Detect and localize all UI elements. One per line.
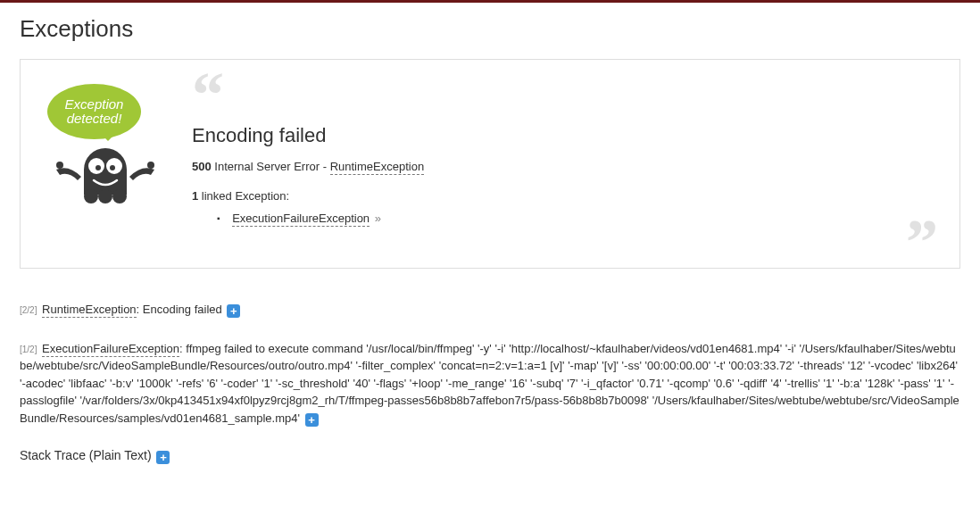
trace-counter: [2/2]	[20, 305, 37, 315]
trace-counter: [1/2]	[20, 345, 37, 354]
trace-message: Encoding failed	[143, 303, 226, 316]
svg-point-2	[84, 189, 98, 204]
svg-point-10	[110, 165, 115, 170]
ghost-icon	[47, 139, 163, 211]
trace-sep: :	[137, 303, 143, 316]
svg-point-5	[56, 162, 63, 169]
expand-button[interactable]	[156, 451, 170, 464]
chevron-icon: »	[375, 212, 381, 225]
exception-summary-box: Exception detected!	[20, 59, 960, 269]
linked-exceptions-list: ExecutionFailureException »	[192, 212, 933, 225]
status-line: 500 Internal Server Error - RuntimeExcep…	[192, 160, 933, 173]
linked-exception-link[interactable]: ExecutionFailureException	[232, 212, 370, 227]
linked-label-text: linked Exception:	[198, 189, 289, 203]
open-quote-icon: “	[192, 82, 933, 108]
trace-class-link[interactable]: RuntimeException	[42, 303, 137, 318]
trace-block: [1/2] ExecutionFailureException: ffmpeg …	[20, 340, 960, 428]
speech-bubble: Exception detected!	[47, 84, 141, 139]
trace-class-link[interactable]: ExecutionFailureException	[42, 342, 179, 357]
svg-point-4	[112, 189, 127, 204]
expand-button[interactable]	[227, 304, 240, 318]
bubble-text: Exception detected!	[47, 97, 141, 126]
expand-button[interactable]	[305, 413, 319, 427]
exception-illustration: Exception detected!	[47, 82, 172, 213]
stack-trace-label: Stack Trace (Plain Text)	[20, 448, 154, 462]
svg-point-6	[147, 162, 154, 169]
exception-class-link[interactable]: RuntimeException	[330, 160, 425, 175]
page-title: Exceptions	[20, 15, 960, 43]
stack-trace-heading: Stack Trace (Plain Text)	[20, 448, 960, 464]
close-quote-icon: ”	[192, 236, 933, 248]
svg-point-9	[96, 165, 101, 170]
status-text: Internal Server Error -	[212, 160, 330, 173]
exception-headline: Encoding failed	[192, 124, 933, 147]
status-code: 500	[192, 160, 212, 173]
svg-point-3	[98, 189, 112, 204]
trace-block: [2/2] RuntimeException: Encoding failed	[20, 301, 960, 319]
list-item: ExecutionFailureException »	[217, 212, 933, 225]
linked-exceptions-label: 1 linked Exception:	[192, 189, 933, 203]
